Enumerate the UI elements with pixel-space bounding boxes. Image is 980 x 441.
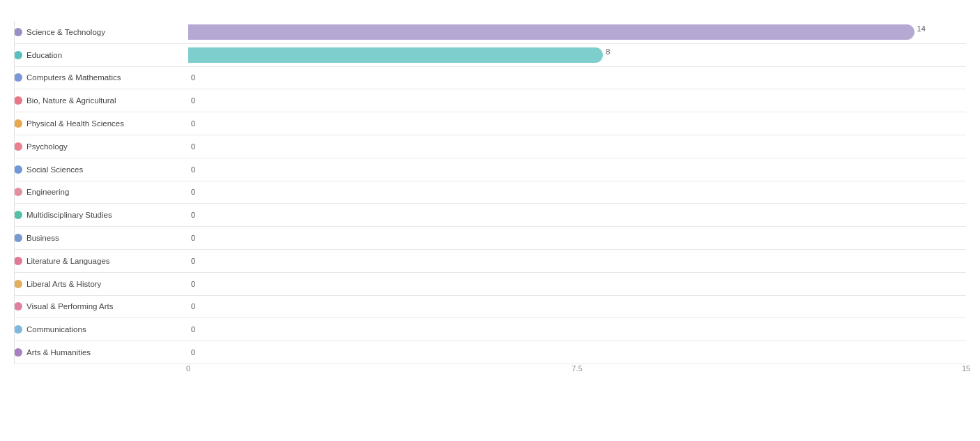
x-axis-label: 15 <box>962 364 970 373</box>
bar-value-label: 0 <box>191 302 195 311</box>
bar-dot <box>14 257 22 265</box>
bar-dot <box>14 234 22 242</box>
bar-label-container: Liberal Arts & History <box>14 280 188 288</box>
bar-track: 0 <box>188 181 966 204</box>
bar-row: Science & Technology14 <box>14 21 966 44</box>
bars-section: Science & Technology14Education8Computer… <box>14 21 966 364</box>
bar-fill: 8 <box>188 47 603 63</box>
bar-value-label: 0 <box>191 348 195 357</box>
bar-dot <box>14 188 22 196</box>
bar-label-text: Bio, Nature & Agricultural <box>26 96 116 105</box>
bar-row: Physical & Health Sciences0 <box>14 112 966 135</box>
bar-row: Business0 <box>14 227 966 250</box>
bar-label-text: Science & Technology <box>26 28 105 36</box>
bar-label-text: Business <box>26 234 59 242</box>
bar-value-label: 0 <box>191 188 195 196</box>
bar-value-label: 0 <box>191 280 195 288</box>
bar-dot <box>14 165 22 174</box>
bar-label-text: Engineering <box>26 188 69 196</box>
x-axis-label: 0 <box>186 364 190 373</box>
bar-dot <box>14 51 22 59</box>
bar-row: Engineering0 <box>14 181 966 204</box>
bar-label-text: Social Sciences <box>26 165 83 174</box>
bar-label-container: Arts & Humanities <box>14 348 188 357</box>
bar-label-container: Engineering <box>14 188 188 196</box>
bar-track: 0 <box>188 204 966 226</box>
bar-track: 0 <box>188 112 966 135</box>
bar-label-container: Business <box>14 234 188 242</box>
bar-label-container: Bio, Nature & Agricultural <box>14 96 188 105</box>
bar-fill: 14 <box>188 24 914 40</box>
bar-dot <box>14 119 22 128</box>
bar-label-container: Education <box>14 51 188 59</box>
bar-dot <box>14 73 22 82</box>
bar-row: Computers & Mathematics0 <box>14 67 966 90</box>
bar-track: 0 <box>188 296 966 318</box>
chart-area: Science & Technology14Education8Computer… <box>14 21 966 385</box>
bar-value-label: 0 <box>191 96 195 105</box>
bar-value-label: 0 <box>191 142 195 151</box>
bar-row: Psychology0 <box>14 135 966 158</box>
bar-row: Visual & Performing Arts0 <box>14 296 966 319</box>
bar-value-label: 0 <box>191 73 195 82</box>
bar-dot <box>14 325 22 334</box>
bar-dot <box>14 28 22 36</box>
bar-label-container: Literature & Languages <box>14 257 188 265</box>
bar-track: 0 <box>188 89 966 112</box>
bar-value-label: 0 <box>191 325 195 334</box>
bar-label-container: Physical & Health Sciences <box>14 119 188 128</box>
x-axis-label: 7.5 <box>572 364 582 373</box>
bar-label-text: Physical & Health Sciences <box>26 119 124 128</box>
bar-label-container: Visual & Performing Arts <box>14 302 188 311</box>
bar-row: Communications0 <box>14 318 966 341</box>
bar-row: Multidisciplinary Studies0 <box>14 204 966 227</box>
bar-track: 14 <box>188 21 966 43</box>
bar-row: Arts & Humanities0 <box>14 341 966 364</box>
bar-label-text: Arts & Humanities <box>26 348 91 357</box>
bar-track: 0 <box>188 158 966 181</box>
bar-row: Education8 <box>14 44 966 67</box>
bar-dot <box>14 280 22 288</box>
bar-label-container: Psychology <box>14 142 188 151</box>
bar-dot <box>14 348 22 357</box>
bar-value-label: 0 <box>191 257 195 265</box>
bar-dot <box>14 96 22 105</box>
bar-label-container: Social Sciences <box>14 165 188 174</box>
bar-dot <box>14 142 22 151</box>
bar-label-text: Education <box>26 51 62 59</box>
bar-value-label: 0 <box>191 211 195 219</box>
bar-track: 0 <box>188 273 966 295</box>
bar-value-label: 14 <box>917 24 926 33</box>
bar-label-container: Computers & Mathematics <box>14 73 188 82</box>
bar-label-text: Psychology <box>26 142 68 151</box>
bar-track: 0 <box>188 318 966 341</box>
bar-label-container: Multidisciplinary Studies <box>14 211 188 219</box>
bar-label-text: Communications <box>26 325 86 334</box>
bar-row: Liberal Arts & History0 <box>14 273 966 296</box>
bar-track: 0 <box>188 67 966 89</box>
bar-label-container: Science & Technology <box>14 28 188 36</box>
bar-track: 8 <box>188 44 966 66</box>
bar-label-text: Literature & Languages <box>26 257 110 265</box>
bar-track: 0 <box>188 250 966 272</box>
bar-value-label: 8 <box>606 47 610 56</box>
bar-value-label: 0 <box>191 234 195 242</box>
bar-value-label: 0 <box>191 119 195 128</box>
bar-label-text: Visual & Performing Arts <box>26 302 113 311</box>
bar-row: Bio, Nature & Agricultural0 <box>14 89 966 112</box>
bar-track: 0 <box>188 341 966 364</box>
bar-row: Social Sciences0 <box>14 158 966 181</box>
bar-row: Literature & Languages0 <box>14 250 966 273</box>
bar-label-text: Multidisciplinary Studies <box>26 211 112 219</box>
x-axis: 07.515 <box>188 364 966 385</box>
chart-container: Science & Technology14Education8Computer… <box>0 0 980 441</box>
bar-label-container: Communications <box>14 325 188 334</box>
bar-dot <box>14 211 22 219</box>
bar-value-label: 0 <box>191 165 195 174</box>
bar-label-text: Liberal Arts & History <box>26 280 101 288</box>
bar-track: 0 <box>188 135 966 158</box>
bar-label-text: Computers & Mathematics <box>26 73 121 82</box>
bar-track: 0 <box>188 227 966 249</box>
bar-dot <box>14 302 22 311</box>
